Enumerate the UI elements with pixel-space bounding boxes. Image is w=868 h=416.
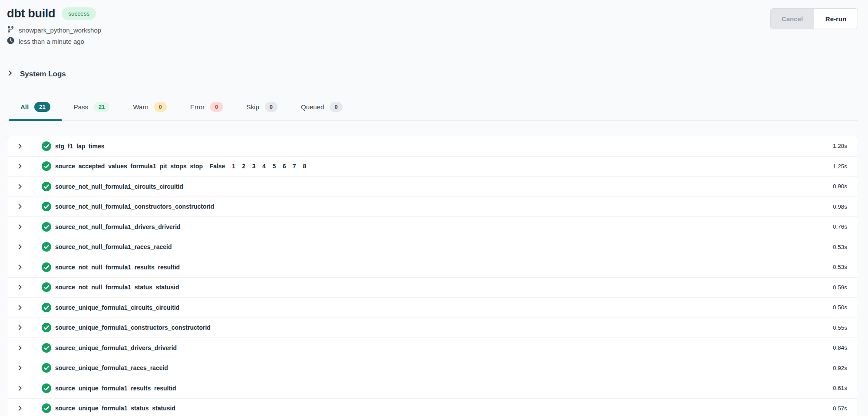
branch-name: snowpark_python_workshop bbox=[19, 26, 101, 34]
tab-label: Skip bbox=[247, 103, 259, 111]
tab-label: All bbox=[20, 103, 29, 111]
result-duration: 1.28s bbox=[833, 143, 847, 149]
check-circle-icon bbox=[42, 222, 51, 232]
result-row[interactable]: source_unique_formula1_status_statusid 0… bbox=[7, 399, 858, 416]
expand-chevron-icon[interactable] bbox=[16, 404, 24, 412]
expand-chevron-icon[interactable] bbox=[16, 223, 24, 231]
result-duration: 0.57s bbox=[833, 405, 847, 412]
results-list: stg_f1_lap_times 1.28s source_accepted_v… bbox=[7, 136, 858, 416]
result-duration: 0.98s bbox=[833, 203, 847, 210]
expand-chevron-icon[interactable] bbox=[16, 283, 24, 291]
tab-all[interactable]: All 21 bbox=[9, 102, 62, 120]
result-name: source_accepted_values_formula1_pit_stop… bbox=[55, 163, 306, 170]
tab-count-badge: 21 bbox=[94, 102, 109, 112]
result-row[interactable]: source_unique_formula1_races_raceid 0.92… bbox=[7, 358, 858, 379]
result-row[interactable]: stg_f1_lap_times 1.28s bbox=[7, 136, 858, 157]
result-duration: 0.90s bbox=[833, 183, 847, 190]
check-circle-icon bbox=[42, 202, 51, 211]
result-duration: 0.92s bbox=[833, 365, 847, 371]
system-logs-toggle[interactable]: System Logs bbox=[7, 70, 66, 79]
check-circle-icon bbox=[42, 363, 51, 373]
check-circle-icon bbox=[42, 303, 51, 312]
expand-chevron-icon[interactable] bbox=[16, 142, 24, 150]
expand-chevron-icon[interactable] bbox=[16, 243, 24, 251]
tab-label: Pass bbox=[74, 103, 88, 111]
result-name: source_not_null_formula1_drivers_driveri… bbox=[55, 223, 181, 230]
result-name: source_unique_formula1_status_statusid bbox=[55, 405, 175, 412]
expand-chevron-icon[interactable] bbox=[16, 384, 24, 392]
expand-chevron-icon[interactable] bbox=[16, 183, 24, 190]
check-circle-icon bbox=[42, 141, 51, 151]
run-time-ago: less than a minute ago bbox=[19, 38, 84, 45]
tab-label: Error bbox=[190, 103, 205, 111]
result-name: stg_f1_lap_times bbox=[55, 143, 105, 150]
tab-error[interactable]: Error 0 bbox=[178, 102, 235, 120]
expand-chevron-icon[interactable] bbox=[16, 364, 24, 372]
check-circle-icon bbox=[42, 343, 51, 353]
check-circle-icon bbox=[42, 262, 51, 272]
tab-pass[interactable]: Pass 21 bbox=[62, 102, 122, 120]
result-row[interactable]: source_not_null_formula1_races_raceid 0.… bbox=[7, 237, 858, 258]
result-duration: 0.61s bbox=[833, 385, 847, 391]
tab-count-badge: 0 bbox=[265, 102, 277, 112]
result-row[interactable]: source_not_null_formula1_results_resulti… bbox=[7, 257, 858, 278]
result-row[interactable]: source_not_null_formula1_constructors_co… bbox=[7, 197, 858, 217]
check-circle-icon bbox=[42, 323, 51, 332]
result-name: source_not_null_formula1_constructors_co… bbox=[55, 203, 214, 210]
check-circle-icon bbox=[42, 242, 51, 252]
check-circle-icon bbox=[42, 403, 51, 413]
run-header-left: dbt build success snowpark_python_worksh… bbox=[7, 7, 101, 46]
result-row[interactable]: source_unique_formula1_constructors_cons… bbox=[7, 318, 858, 338]
check-circle-icon bbox=[42, 282, 51, 292]
tab-count-badge: 21 bbox=[34, 102, 50, 112]
result-name: source_not_null_formula1_status_statusid bbox=[55, 284, 179, 291]
title-row: dbt build success bbox=[7, 7, 101, 20]
result-name: source_not_null_formula1_results_resulti… bbox=[55, 264, 180, 271]
result-duration: 0.55s bbox=[833, 324, 847, 331]
run-header: dbt build success snowpark_python_worksh… bbox=[7, 7, 858, 46]
tab-bar: All 21 Pass 21 Warn 0 Error 0 Skip 0 Que… bbox=[7, 102, 858, 121]
result-duration: 0.59s bbox=[833, 284, 847, 291]
result-duration: 0.53s bbox=[833, 264, 847, 270]
result-name: source_unique_formula1_races_raceid bbox=[55, 364, 168, 371]
result-name: source_unique_formula1_results_resultid bbox=[55, 385, 176, 392]
page-title: dbt build bbox=[7, 7, 55, 20]
expand-chevron-icon[interactable] bbox=[16, 324, 24, 331]
result-row[interactable]: source_not_null_formula1_status_statusid… bbox=[7, 278, 858, 298]
result-name: source_unique_formula1_constructors_cons… bbox=[55, 324, 211, 331]
chevron-right-icon bbox=[7, 70, 13, 79]
run-detail-page: dbt build success snowpark_python_worksh… bbox=[0, 0, 868, 416]
tab-warn[interactable]: Warn 0 bbox=[121, 102, 178, 120]
result-row[interactable]: source_not_null_formula1_drivers_driveri… bbox=[7, 217, 858, 237]
system-logs-label: System Logs bbox=[20, 70, 66, 79]
result-name: source_unique_formula1_circuits_circuiti… bbox=[55, 304, 179, 311]
result-duration: 0.84s bbox=[833, 344, 847, 351]
result-duration: 0.76s bbox=[833, 223, 847, 230]
result-duration: 0.50s bbox=[833, 304, 847, 311]
expand-chevron-icon[interactable] bbox=[16, 263, 24, 271]
check-circle-icon bbox=[42, 182, 51, 191]
result-duration: 0.53s bbox=[833, 244, 847, 250]
check-circle-icon bbox=[42, 161, 51, 171]
tab-skip[interactable]: Skip 0 bbox=[235, 102, 289, 120]
branch-row: snowpark_python_workshop bbox=[7, 26, 101, 34]
result-row[interactable]: source_unique_formula1_results_resultid … bbox=[7, 378, 858, 399]
result-name: source_unique_formula1_drivers_driverid bbox=[55, 344, 177, 351]
rerun-button[interactable]: Re-run bbox=[814, 9, 858, 29]
result-row[interactable]: source_accepted_values_formula1_pit_stop… bbox=[7, 157, 858, 177]
check-circle-icon bbox=[42, 383, 51, 393]
tab-queued[interactable]: Queued 0 bbox=[289, 102, 354, 120]
expand-chevron-icon[interactable] bbox=[16, 162, 24, 170]
result-row[interactable]: source_not_null_formula1_circuits_circui… bbox=[7, 177, 858, 197]
result-duration: 1.25s bbox=[833, 163, 847, 170]
clock-icon bbox=[7, 37, 14, 46]
result-name: source_not_null_formula1_circuits_circui… bbox=[55, 183, 183, 190]
expand-chevron-icon[interactable] bbox=[16, 203, 24, 210]
status-badge: success bbox=[62, 7, 96, 20]
result-row[interactable]: source_unique_formula1_circuits_circuiti… bbox=[7, 298, 858, 318]
result-name: source_not_null_formula1_races_raceid bbox=[55, 243, 172, 250]
cancel-button[interactable]: Cancel bbox=[771, 9, 814, 29]
expand-chevron-icon[interactable] bbox=[16, 344, 24, 352]
result-row[interactable]: source_unique_formula1_drivers_driverid … bbox=[7, 338, 858, 358]
expand-chevron-icon[interactable] bbox=[16, 304, 24, 311]
